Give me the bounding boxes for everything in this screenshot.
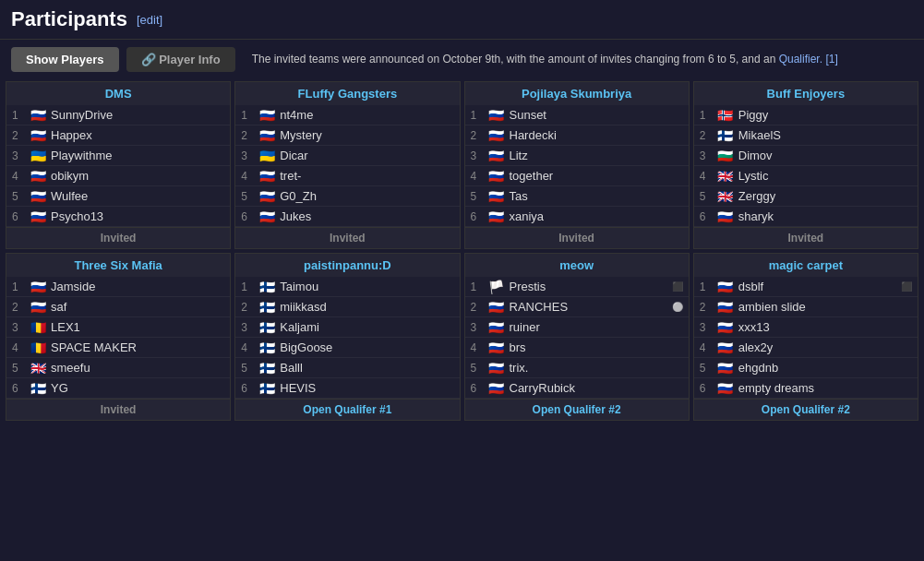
player-row: 5🇬🇧smeefu (6, 358, 230, 378)
player-number: 3 (700, 149, 713, 162)
team-footer: Invited (235, 227, 459, 248)
player-number: 5 (700, 362, 713, 375)
player-name[interactable]: obikym (51, 169, 224, 183)
player-row: 1🇷🇺SunnyDrive (6, 105, 230, 125)
player-name[interactable]: Happex (51, 128, 224, 142)
player-name[interactable]: miikkasd (280, 300, 453, 314)
player-name[interactable]: G0_Zh (280, 189, 453, 203)
player-row: 6🇷🇺empty dreams (694, 378, 918, 399)
flag-icon: 🇫🇮 (29, 382, 47, 395)
player-name[interactable]: Kaljami (280, 320, 453, 334)
player-number: 6 (12, 382, 25, 395)
link-icon: 🔗 (141, 53, 156, 66)
player-number: 1 (471, 280, 484, 293)
teams-grid: DMS1🇷🇺SunnyDrive2🇷🇺Happex3🇺🇦Playwithme4🇷… (0, 79, 924, 423)
player-name[interactable]: Tas (510, 189, 683, 203)
flag-icon: 🇷🇺 (29, 129, 47, 142)
player-name[interactable]: Zerggy (738, 189, 912, 203)
player-name[interactable]: Sunset (510, 108, 683, 122)
team-block: paistinpannu:D1🇫🇮Taimou2🇫🇮miikkasd3🇫🇮Kal… (234, 253, 460, 421)
player-name[interactable]: YG (51, 381, 224, 395)
player-name[interactable]: Taimou (280, 280, 453, 293)
player-row: 4🇷🇺obikym (6, 166, 230, 186)
player-row: 1🇳🇴Piggy (694, 105, 918, 125)
flag-icon: 🇷🇺 (29, 109, 47, 122)
qualifier-link[interactable]: Qualifier. [1] (779, 53, 838, 66)
edit-link[interactable]: [edit] (137, 13, 162, 27)
player-name[interactable]: saf (51, 300, 224, 314)
player-name[interactable]: dsblf (738, 280, 897, 293)
player-name[interactable]: Piggy (738, 108, 912, 122)
player-name[interactable]: together (510, 169, 683, 183)
player-name[interactable]: Playwithme (51, 149, 224, 162)
player-row: 6🇷🇺CarryRubick (465, 378, 689, 399)
player-name[interactable]: Prestis (510, 280, 668, 293)
player-name[interactable]: Psycho13 (51, 209, 224, 223)
player-name[interactable]: Litz (510, 149, 683, 162)
player-number: 5 (241, 190, 254, 203)
player-name[interactable]: RANCHES (510, 300, 668, 314)
player-name[interactable]: xxx13 (738, 320, 912, 334)
player-name[interactable]: Dicar (280, 149, 453, 162)
player-name[interactable]: ambien slide (738, 300, 912, 314)
flag-icon: 🇷🇺 (716, 341, 735, 354)
player-number: 2 (241, 129, 254, 142)
player-name[interactable]: CarryRubick (510, 381, 683, 395)
player-name[interactable]: MikaelS (738, 128, 912, 142)
player-name[interactable]: sharyk (738, 209, 912, 223)
flag-icon: 🇷🇴 (29, 321, 47, 334)
flag-icon: 🇺🇦 (29, 149, 47, 162)
player-number: 2 (471, 129, 484, 142)
show-players-button[interactable]: Show Players (11, 47, 119, 72)
player-name[interactable]: brs (510, 340, 683, 354)
player-name[interactable]: nt4me (280, 108, 453, 122)
player-number: 3 (241, 149, 254, 162)
player-number: 5 (241, 362, 254, 375)
player-row: 1🇷🇺nt4me (235, 105, 459, 125)
player-name[interactable]: Mystery (280, 128, 453, 142)
flag-icon: 🇷🇺 (258, 190, 276, 203)
player-number: 4 (241, 341, 254, 354)
player-name[interactable]: Lystic (738, 169, 912, 183)
player-number: 5 (471, 362, 484, 375)
player-info-button[interactable]: 🔗 Player Info (126, 47, 235, 72)
player-number: 3 (471, 149, 484, 162)
team-block: FLuffy Gangsters1🇷🇺nt4me2🇷🇺Mystery3🇺🇦Dic… (234, 81, 460, 249)
player-row: 2🇷🇺saf (6, 297, 230, 317)
team-header: paistinpannu:D (235, 254, 459, 277)
player-name[interactable]: Hardecki (510, 128, 683, 142)
player-name[interactable]: alex2y (738, 340, 912, 354)
player-number: 5 (471, 190, 484, 203)
player-name[interactable]: trix. (510, 361, 683, 375)
player-name[interactable]: HEVIS (280, 381, 453, 395)
player-row: 5🇷🇺G0_Zh (235, 186, 459, 207)
player-name[interactable]: tret- (280, 169, 453, 183)
player-row: 5🇷🇺trix. (465, 358, 689, 378)
flag-icon: 🇬🇧 (29, 362, 47, 375)
player-name[interactable]: Wulfee (51, 189, 224, 203)
player-name[interactable]: ehgdnb (738, 361, 912, 375)
player-name[interactable]: Jukes (280, 209, 453, 223)
player-number: 6 (700, 210, 713, 223)
flag-icon: 🇷🇺 (258, 109, 276, 122)
player-row: 1🇷🇺Sunset (465, 105, 689, 125)
flag-icon: 🇷🇺 (487, 210, 506, 223)
player-name[interactable]: ruiner (510, 320, 683, 334)
player-name[interactable]: Dimov (738, 149, 912, 162)
player-row: 6🇷🇺Jukes (235, 207, 459, 227)
player-number: 3 (700, 321, 713, 334)
info-text: The invited teams were announced on Octo… (252, 52, 913, 67)
team-block: DMS1🇷🇺SunnyDrive2🇷🇺Happex3🇺🇦Playwithme4🇷… (6, 81, 231, 249)
player-name[interactable]: LEX1 (51, 320, 224, 334)
player-name[interactable]: xaniya (510, 209, 683, 223)
flag-icon: 🇷🇺 (29, 190, 47, 203)
player-name[interactable]: SunnyDrive (51, 108, 224, 122)
flag-icon: 🇷🇺 (487, 170, 506, 183)
player-name[interactable]: Jamside (51, 280, 224, 293)
player-name[interactable]: empty dreams (738, 381, 912, 395)
player-name[interactable]: smeefu (51, 361, 224, 375)
flag-icon: 🇷🇺 (29, 210, 47, 223)
player-name[interactable]: SPACE MAKER (51, 340, 224, 354)
player-name[interactable]: BigGoose (280, 340, 453, 354)
player-name[interactable]: Balll (280, 361, 453, 375)
